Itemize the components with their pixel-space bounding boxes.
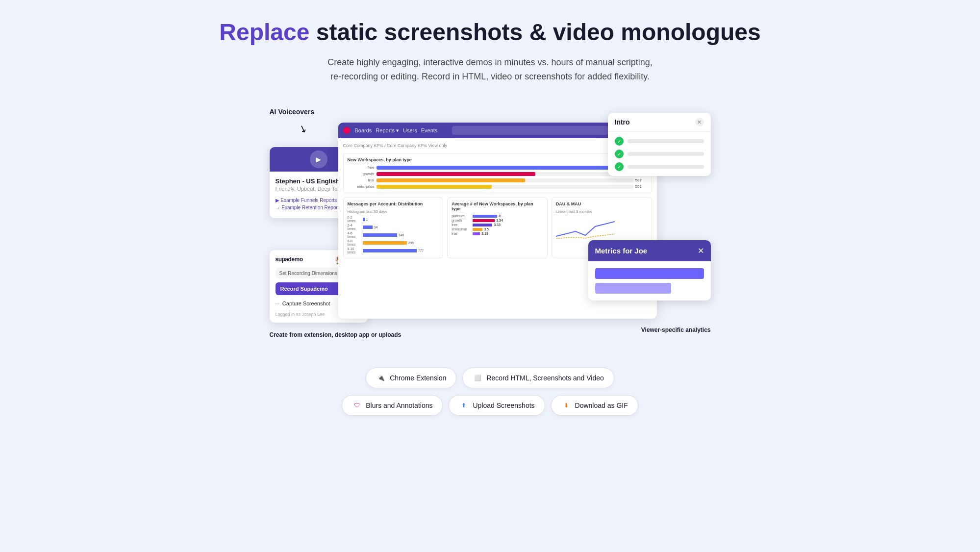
- intro-popup-header: Intro ✕: [608, 113, 711, 132]
- blurs-icon: 🛡: [352, 401, 362, 410]
- topbar-search[interactable]: [452, 126, 607, 135]
- intro-close-button[interactable]: ✕: [695, 118, 704, 126]
- bar-row-enterprise: enterprise 551: [348, 184, 648, 189]
- metrics-bar-2: [595, 283, 671, 294]
- page-title: Replace static screenshots & video monol…: [219, 20, 760, 46]
- annotation-create-from: Create from extension, desktop app or up…: [270, 331, 402, 338]
- pill-record-html-label: Record HTML, Screenshots and Video: [486, 374, 603, 382]
- metrics-popup: Metrics for Joe ✕: [588, 240, 711, 301]
- metrics-close-button[interactable]: ✕: [698, 246, 704, 255]
- annotation-arrow-1: ↘: [297, 122, 309, 135]
- pill-download-gif-label: Download as GIF: [575, 401, 628, 409]
- intro-title: Intro: [615, 118, 630, 126]
- avg-chart: platinum 8 growth 3.34 free 3.33: [452, 214, 543, 235]
- chart-1-title: New Workspaces, by plan type: [348, 157, 648, 162]
- record-html-icon: ⬜: [473, 373, 482, 383]
- intro-items: ✓ ✓ ✓: [608, 132, 711, 176]
- check-icon-1: ✓: [615, 137, 624, 146]
- annotation-viewer-analytics: Viewer-specific analytics: [641, 326, 711, 333]
- play-button[interactable]: ▶: [310, 151, 327, 168]
- bar-chart-1: free growth 614 trial 587: [348, 165, 648, 189]
- ext-logo: supademo: [276, 256, 303, 263]
- ext-select-label: Set Recording Dimensions: [279, 271, 337, 276]
- illustration-area: AI Voiceovers ↘ Multi-demo showcases ↙ C…: [270, 108, 711, 338]
- dau-chart: [556, 217, 615, 241]
- breadcrumb: Core Company KPIs / Core Company KPIs Vi…: [343, 143, 652, 148]
- intro-item-1: ✓: [615, 137, 704, 146]
- check-icon-2: ✓: [615, 150, 624, 158]
- upload-icon: ⬆: [459, 401, 469, 410]
- intro-item-3: ✓: [615, 162, 704, 171]
- metrics-title: Metrics for Joe: [595, 247, 648, 255]
- bar-row-trial: trial 587: [348, 178, 648, 182]
- dist-chart: 0-2 times 1 2-4 times 34 4-6 times: [348, 216, 439, 254]
- avg-panel: Average # of New Workspaces, by plan typ…: [447, 197, 548, 258]
- hero-subtitle: Create highly engaging, interactive demo…: [324, 55, 657, 84]
- pill-download-gif[interactable]: ⬇ Download as GIF: [551, 395, 638, 416]
- intro-bar-3: [628, 165, 704, 169]
- pill-upload[interactable]: ⬆ Upload Screenshots: [449, 395, 545, 416]
- pills-row-2: 🛡 Blurs and Annotations ⬆ Upload Screens…: [342, 395, 638, 416]
- logged-as-label: Logged in as Joseph Lee: [276, 312, 325, 317]
- pill-upload-label: Upload Screenshots: [473, 401, 534, 409]
- pill-blurs-label: Blurs and Annotations: [366, 401, 432, 409]
- intro-bar-2: [628, 152, 704, 156]
- chrome-extension-icon: 🔌: [376, 373, 386, 383]
- title-rest: static screenshots & video monologues: [309, 19, 760, 45]
- metrics-bar-1: [595, 268, 704, 279]
- window-close[interactable]: [343, 127, 350, 134]
- pill-chrome-extension[interactable]: 🔌 Chrome Extension: [366, 368, 456, 388]
- intro-item-2: ✓: [615, 150, 704, 158]
- chart-panel-1: New Workspaces, by plan type free growth…: [343, 153, 652, 193]
- metrics-body: [588, 261, 711, 301]
- pill-blurs[interactable]: 🛡 Blurs and Annotations: [342, 395, 443, 416]
- annotation-ai-voiceovers: AI Voiceovers: [270, 108, 315, 116]
- bar-row-growth: growth 614: [348, 172, 648, 176]
- title-highlight: Replace: [219, 19, 309, 45]
- pill-chrome-extension-label: Chrome Extension: [390, 374, 446, 382]
- pills-row-1: 🔌 Chrome Extension ⬜ Record HTML, Screen…: [366, 368, 614, 388]
- topbar-nav: Boards Reports ▾ Users Events: [355, 127, 438, 134]
- feature-pills-section: 🔌 Chrome Extension ⬜ Record HTML, Screen…: [342, 368, 638, 416]
- pill-record-html[interactable]: ⬜ Record HTML, Screenshots and Video: [462, 368, 614, 388]
- bar-row-free: free: [348, 165, 648, 170]
- intro-popup: Intro ✕ ✓ ✓ ✓: [608, 113, 711, 176]
- intro-bar-1: [628, 139, 704, 143]
- download-gif-icon: ⬇: [561, 401, 571, 410]
- dist-panel: Messages per Account: Distribution Histo…: [343, 197, 444, 258]
- check-icon-3: ✓: [615, 162, 624, 171]
- metrics-header: Metrics for Joe ✕: [588, 240, 711, 261]
